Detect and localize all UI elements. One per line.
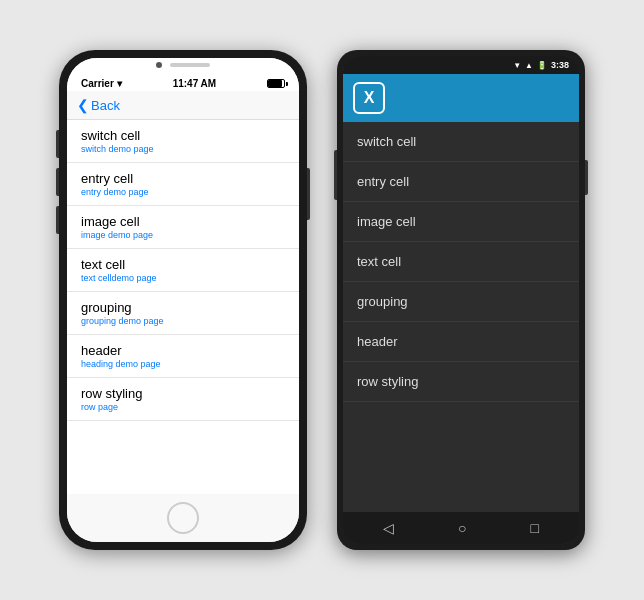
android-recent-button[interactable]: □ — [531, 520, 539, 536]
ios-battery — [267, 79, 285, 88]
ios-back-label: Back — [91, 98, 120, 113]
android-list-item[interactable]: header — [343, 322, 579, 362]
android-status-bar: ▼ ▲ 🔋 3:38 — [343, 56, 579, 74]
ios-item-subtitle: row page — [81, 402, 285, 412]
android-item-title: grouping — [357, 294, 565, 309]
ios-back-chevron-icon: ❮ — [77, 97, 89, 113]
ios-home-area — [67, 494, 299, 542]
ios-volume-down-button — [56, 206, 59, 234]
android-home-button[interactable]: ○ — [458, 520, 466, 536]
ios-speaker — [170, 63, 210, 67]
ios-item-title: header — [81, 343, 285, 358]
android-item-title: text cell — [357, 254, 565, 269]
ios-item-subtitle: heading demo page — [81, 359, 285, 369]
ios-item-title: image cell — [81, 214, 285, 229]
android-item-title: image cell — [357, 214, 565, 229]
android-list-item[interactable]: text cell — [343, 242, 579, 282]
ios-list-item[interactable]: switch cell switch demo page — [67, 120, 299, 163]
ios-list-item[interactable]: entry cell entry demo page — [67, 163, 299, 206]
ios-back-button[interactable]: ❮ Back — [77, 97, 289, 113]
ios-list-item[interactable]: header heading demo page — [67, 335, 299, 378]
ios-carrier: Carrier ▾ — [81, 78, 122, 89]
android-item-title: switch cell — [357, 134, 565, 149]
android-nav-bar: ◁ ○ □ — [343, 512, 579, 544]
ios-camera-dot — [156, 62, 162, 68]
android-list: switch cell entry cell image cell text c… — [343, 122, 579, 512]
ios-list: switch cell switch demo page entry cell … — [67, 120, 299, 494]
android-screen: ▼ ▲ 🔋 3:38 X switch cell entry cell imag… — [343, 56, 579, 544]
ios-list-item[interactable]: grouping grouping demo page — [67, 292, 299, 335]
ios-item-title: entry cell — [81, 171, 285, 186]
android-header: X — [343, 74, 579, 122]
ios-list-item[interactable]: row styling row page — [67, 378, 299, 421]
ios-item-subtitle: switch demo page — [81, 144, 285, 154]
ios-item-title: text cell — [81, 257, 285, 272]
android-list-item[interactable]: image cell — [343, 202, 579, 242]
ios-item-title: grouping — [81, 300, 285, 315]
android-list-item[interactable]: grouping — [343, 282, 579, 322]
ios-battery-rect — [267, 79, 285, 88]
ios-item-title: row styling — [81, 386, 285, 401]
ios-list-item[interactable]: image cell image demo page — [67, 206, 299, 249]
android-time: 3:38 — [551, 60, 569, 70]
ios-item-subtitle: image demo page — [81, 230, 285, 240]
android-list-item[interactable]: row styling — [343, 362, 579, 402]
ios-status-bar: Carrier ▾ 11:47 AM — [67, 72, 299, 91]
android-item-title: entry cell — [357, 174, 565, 189]
ios-phone: Carrier ▾ 11:47 AM ❮ Back switch cell sw… — [59, 50, 307, 550]
ios-nav-bar: ❮ Back — [67, 91, 299, 120]
ios-volume-up-button — [56, 168, 59, 196]
ios-item-subtitle: text celldemo page — [81, 273, 285, 283]
ios-time: 11:47 AM — [173, 78, 217, 89]
android-app-icon: X — [353, 82, 385, 114]
android-back-button[interactable]: ◁ — [383, 520, 394, 536]
ios-list-item[interactable]: text cell text celldemo page — [67, 249, 299, 292]
android-item-title: header — [357, 334, 565, 349]
android-app-icon-label: X — [364, 89, 375, 107]
ios-home-button[interactable] — [167, 502, 199, 534]
android-volume-button — [334, 150, 337, 200]
android-signal-icon: ▲ — [525, 61, 533, 70]
android-wifi-icon: ▼ — [513, 61, 521, 70]
android-item-title: row styling — [357, 374, 565, 389]
ios-item-title: switch cell — [81, 128, 285, 143]
android-list-item[interactable]: switch cell — [343, 122, 579, 162]
android-power-button — [585, 160, 588, 195]
ios-carrier-label: Carrier — [81, 78, 114, 89]
ios-mute-button — [56, 130, 59, 158]
ios-battery-fill — [268, 80, 282, 87]
ios-screen: Carrier ▾ 11:47 AM ❮ Back switch cell sw… — [67, 58, 299, 542]
ios-power-button — [307, 168, 310, 220]
android-phone: ▼ ▲ 🔋 3:38 X switch cell entry cell imag… — [337, 50, 585, 550]
android-battery-icon: 🔋 — [537, 61, 547, 70]
ios-wifi-icon: ▾ — [117, 78, 122, 89]
android-list-item[interactable]: entry cell — [343, 162, 579, 202]
ios-item-subtitle: grouping demo page — [81, 316, 285, 326]
ios-camera-area — [67, 58, 299, 72]
ios-item-subtitle: entry demo page — [81, 187, 285, 197]
